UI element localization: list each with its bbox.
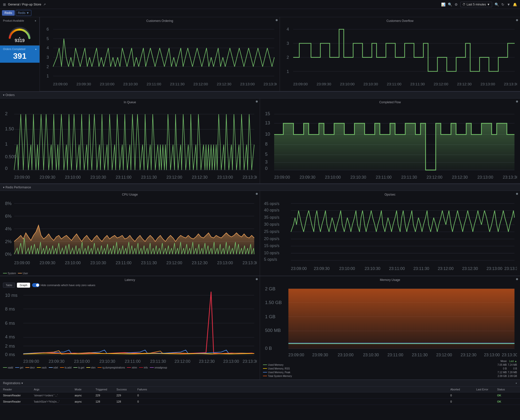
row2-status: OK: [497, 400, 517, 403]
legend-rgdump: rg.dumpregistrations: [98, 366, 125, 369]
chart-dot-overflow: [516, 19, 518, 21]
row2-args: 'batchSize'='%!s(in...': [34, 400, 74, 403]
gauge-svg: [7, 24, 32, 39]
svg-text:500 MB: 500 MB: [265, 328, 281, 333]
svg-text:23:13:00: 23:13:00: [217, 261, 233, 265]
svg-text:23:11:30: 23:11:30: [410, 82, 425, 86]
cpu-title: CPU Usage: [3, 193, 257, 196]
svg-text:23:13:30: 23:13:30: [243, 261, 257, 265]
alert-icon[interactable]: 🔔: [513, 2, 517, 6]
svg-text:23:10:30: 23:10:30: [123, 82, 138, 86]
svg-text:23:13:30: 23:13:30: [502, 353, 517, 357]
svg-text:23:11:00: 23:11:00: [376, 175, 392, 180]
settings-icon[interactable]: ⚙: [455, 2, 458, 6]
svg-text:35 ops/s: 35 ops/s: [264, 215, 279, 219]
svg-text:1.50 GB: 1.50 GB: [265, 300, 282, 305]
svg-text:23:10:30: 23:10:30: [363, 353, 379, 357]
product-available-menu[interactable]: ●: [35, 19, 36, 22]
svg-text:23:13:00: 23:13:00: [484, 353, 500, 357]
svg-text:23:13:00: 23:13:00: [217, 175, 233, 179]
svg-text:23:12:30: 23:12:30: [199, 359, 215, 363]
customers-ordering-panel: Customers Ordering 6 5 4 3 2 1 23:09:0: [40, 17, 280, 91]
share-icon[interactable]: ↗: [43, 3, 46, 6]
toggle-switch-control[interactable]: [32, 283, 40, 287]
svg-text:23:11:30: 23:11:30: [141, 175, 157, 179]
svg-text:23:10:00: 23:10:00: [339, 266, 355, 271]
svg-text:2: 2: [5, 111, 7, 116]
svg-text:23:11:30: 23:11:30: [141, 261, 157, 265]
svg-text:0 ms: 0 ms: [5, 352, 15, 357]
svg-text:23:13:00: 23:13:00: [240, 82, 255, 86]
row2-triggered: 128: [96, 400, 115, 403]
tab-redis-dropdown[interactable]: Redis ▼: [16, 10, 32, 16]
registrations-header[interactable]: Registrations ▾ ●: [0, 380, 520, 387]
memory-mean-header: Mean: [498, 360, 507, 363]
row2-aborted: 0: [450, 400, 475, 403]
nav-bar: Redis Redis ▼: [0, 9, 520, 17]
svg-text:23:09:00: 23:09:00: [293, 82, 308, 86]
svg-text:23:13:00: 23:13:00: [477, 175, 493, 180]
zoom-out-icon[interactable]: 🔍: [495, 2, 499, 6]
svg-marker-76: [274, 123, 515, 170]
redis-performance-section-header[interactable]: ▾ Redis Performance: [0, 184, 520, 191]
svg-text:23:10:30: 23:10:30: [364, 266, 380, 271]
svg-text:23:12:00: 23:12:00: [436, 353, 452, 357]
refresh-icon[interactable]: ↻: [501, 2, 504, 6]
search-icon[interactable]: 🔍: [448, 2, 452, 6]
svg-text:5: 5: [47, 36, 49, 41]
toolbar-right: 📊 🔍 ⚙ ⏱ Last 5 minutes ▼ 🔍 ↻ ▼ 🔔: [441, 2, 517, 7]
row2-success: 128: [116, 400, 136, 403]
svg-text:23:09:00: 23:09:00: [288, 353, 304, 357]
completed-flow-title: Completed Flow: [263, 101, 517, 104]
hide-zero-toggle[interactable]: Hide commands which have only zero value…: [32, 283, 95, 287]
chart-icon[interactable]: 📊: [441, 2, 445, 6]
legend-xreadgroup: xreadgroup: [150, 366, 167, 369]
svg-text:23:12:30: 23:12:30: [461, 353, 476, 357]
memory-usage-panel: Memory Usage 2 GB 1.50 GB 1 GB 500 MB 0 …: [260, 276, 520, 379]
svg-text:4 ms: 4 ms: [5, 334, 15, 339]
svg-text:23:11:00: 23:11:00: [147, 82, 161, 86]
svg-text:23:09:30: 23:09:30: [40, 261, 55, 265]
more-icon[interactable]: ▼: [507, 2, 510, 6]
svg-text:40 ops/s: 40 ops/s: [264, 208, 279, 212]
svg-text:23:09:30: 23:09:30: [76, 82, 91, 86]
redis-charts-grid-2: Latency Table Graph Hide commands which …: [0, 276, 520, 380]
svg-text:10: 10: [265, 131, 270, 137]
latency-legend: xadd get decr xack xdel ts.add ts.get xl…: [3, 366, 257, 369]
svg-text:2%: 2%: [5, 239, 12, 244]
svg-text:1: 1: [5, 142, 7, 147]
completed-flow-chart: 15 13 10 8 5 3 0 23:09:00 23: [263, 105, 517, 181]
svg-text:4: 4: [287, 27, 289, 32]
svg-text:23:10:00: 23:10:00: [100, 82, 114, 86]
row1-args: 'stream'='orders' '...': [34, 394, 74, 397]
memory-rss-mean: 0 B: [498, 367, 507, 370]
registrations-table-header: Reader Args Mode Triggered Success Failu…: [0, 387, 520, 392]
row2-reader: StreamReader: [3, 400, 33, 403]
svg-text:3: 3: [287, 41, 289, 46]
customers-overflow-chart: 4 3 2 1 23:09:00 23:09:30 23:10:00 23:10…: [283, 24, 517, 89]
toggle-label: Hide commands which have only zero value…: [41, 284, 95, 287]
svg-text:1: 1: [287, 69, 289, 74]
memory-dot: [516, 278, 518, 280]
graph-tab-button[interactable]: Graph: [17, 283, 30, 288]
orders-completed-menu[interactable]: ●: [35, 48, 37, 51]
memory-rss-last: 0 B: [508, 367, 517, 370]
svg-text:23:13:00: 23:13:00: [486, 266, 502, 271]
svg-text:23:13:30: 23:13:30: [504, 266, 517, 271]
col-aborted: Aborted: [450, 388, 475, 391]
table-tab-button[interactable]: Table: [3, 283, 15, 288]
svg-text:23:09:30: 23:09:30: [300, 175, 315, 180]
svg-text:23:11:30: 23:11:30: [170, 82, 184, 86]
svg-text:23:13:30: 23:13:30: [243, 175, 257, 179]
time-range-selector[interactable]: ⏱ Last 5 minutes ▼: [460, 2, 492, 7]
svg-text:23:12:30: 23:12:30: [462, 266, 478, 271]
orders-section-header[interactable]: ▾ Orders: [0, 92, 520, 99]
col-mode: Mode: [75, 388, 95, 391]
svg-text:0 B: 0 B: [265, 345, 272, 351]
tab-redis-main[interactable]: Redis: [2, 10, 15, 16]
breadcrumb-title: General / Pop-up Store: [8, 2, 41, 6]
latency-controls: Table Graph Hide commands which have onl…: [3, 283, 257, 288]
ops-title: Ops/sec: [263, 193, 517, 196]
toggle-knob: [36, 284, 39, 287]
svg-text:20 ops/s: 20 ops/s: [264, 236, 279, 241]
